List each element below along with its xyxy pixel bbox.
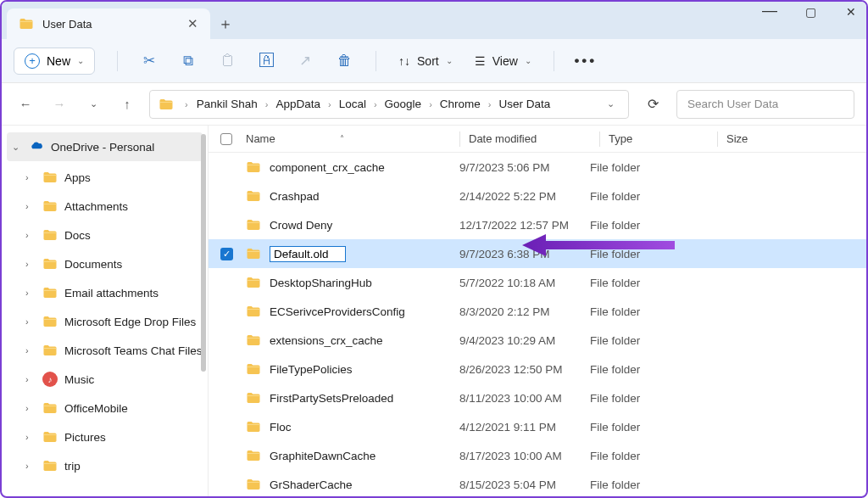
table-row[interactable]: Floc4/12/2021 9:11 PMFile folder [209,412,866,441]
folder-icon [246,333,261,348]
recent-button[interactable]: ⌄ [81,98,105,109]
refresh-button[interactable]: ⟳ [639,96,666,112]
sidebar-item[interactable]: ›Attachments [2,192,208,221]
cut-icon[interactable]: ✂ [140,52,159,70]
search-input[interactable] [676,90,854,119]
scrollbar-thumb[interactable] [201,134,206,372]
sidebar-item[interactable]: ›OfficeMobile [2,394,208,422]
column-type[interactable]: Type [609,132,717,145]
sidebar-item-label: Microsoft Edge Drop Files [64,316,196,328]
file-name: Floc [270,421,292,434]
table-row[interactable]: extensions_crx_cache9/4/2023 10:29 AMFil… [209,326,866,355]
list-header: Name˄ Date modified Type Size [209,126,866,153]
file-type: File folder [590,363,698,376]
chevron-right-icon: › [25,461,36,471]
window-tab[interactable]: User Data ✕ [7,8,210,39]
table-row[interactable]: FileTypePolicies8/26/2023 12:50 PMFile f… [209,355,866,383]
folder-icon [246,246,261,261]
file-date: 8/3/2020 2:12 PM [459,305,590,318]
table-row[interactable]: ECSerivceProvidersConfig8/3/2020 2:12 PM… [209,297,866,326]
breadcrumb-segment[interactable]: Chrome [437,96,483,112]
table-row[interactable]: component_crx_cache9/7/2023 5:06 PMFile … [209,153,866,182]
table-row[interactable]: ✓9/7/2023 6:38 PMFile folder [209,239,866,268]
file-type: File folder [590,190,698,203]
sidebar-item[interactable]: ›Email attachments [2,278,208,307]
folder-icon [19,16,34,31]
sidebar-root-onedrive[interactable]: ⌄ OneDrive - Personal [7,132,203,161]
chevron-right-icon: › [25,374,36,384]
close-tab-icon[interactable]: ✕ [187,16,198,31]
minimize-button[interactable]: — [761,2,778,20]
title-bar: User Data ✕ ＋ — ▢ ✕ [2,2,866,39]
sidebar-item-label: Documents [64,258,122,271]
sidebar-item[interactable]: ›Microsoft Teams Chat Files [2,336,208,365]
close-button[interactable]: ✕ [843,5,860,23]
table-row[interactable]: GraphiteDawnCache8/17/2023 10:00 AMFile … [209,441,866,470]
view-button[interactable]: ☰ View ⌄ [475,54,531,68]
folder-icon [246,217,261,232]
folder-icon [246,159,261,175]
sidebar-item[interactable]: ›trip [2,451,208,480]
sort-button[interactable]: ↑↓ Sort ⌄ [398,54,453,68]
sidebar-item[interactable]: ›Apps [2,163,208,192]
copy-icon[interactable]: ⧉ [179,52,198,70]
sidebar-item[interactable]: ›Microsoft Edge Drop Files [2,307,208,336]
file-type: File folder [590,248,698,260]
new-tab-button[interactable]: ＋ [210,8,241,39]
row-checkbox[interactable]: ✓ [220,248,233,260]
file-date: 8/26/2023 12:50 PM [459,363,590,376]
sidebar-item-label: Attachments [64,200,128,213]
file-type: File folder [590,392,698,405]
more-button[interactable]: ••• [576,52,595,70]
table-row[interactable]: Crashpad2/14/2022 5:22 PMFile folder [209,182,866,210]
column-size[interactable]: Size [726,132,866,145]
file-type: File folder [590,478,698,491]
column-date[interactable]: Date modified [469,132,599,145]
file-name: FileTypePolicies [270,363,353,376]
folder-icon [42,429,58,445]
window-controls: — ▢ ✕ [761,5,860,23]
folder-icon [246,304,261,319]
folder-icon [246,448,261,463]
table-row[interactable]: DesktopSharingHub5/7/2022 10:18 AMFile f… [209,268,866,297]
file-type: File folder [590,305,698,318]
file-date: 5/7/2022 10:18 AM [459,277,590,289]
file-name: Crashpad [270,190,320,203]
sidebar: ⌄ OneDrive - Personal ›Apps›Attachments›… [2,126,209,496]
breadcrumb-segment[interactable]: Local [337,96,369,112]
chevron-down-icon[interactable]: ⌄ [602,98,620,109]
folder-icon [42,227,58,243]
sidebar-item-label: Music [64,373,94,386]
breadcrumb-segment[interactable]: User Data [496,96,553,112]
folder-icon [42,256,58,271]
breadcrumb-segment[interactable]: AppData [273,96,323,112]
maximize-button[interactable]: ▢ [802,5,819,23]
file-name: Crowd Deny [270,219,332,232]
breadcrumb-segment[interactable]: Pankil Shah [194,96,260,112]
file-name: extensions_crx_cache [270,334,383,347]
table-row[interactable]: FirstPartySetsPreloaded8/11/2023 10:00 A… [209,383,866,412]
file-name: FirstPartySetsPreloaded [270,392,393,405]
breadcrumb[interactable]: › Pankil Shah›AppData›Local›Google›Chrom… [149,90,629,119]
table-row[interactable]: GrShaderCache8/15/2023 5:04 PMFile folde… [209,470,866,496]
up-button[interactable]: ↑ [115,97,139,111]
table-row[interactable]: Crowd Deny12/17/2022 12:57 PMFile folder [209,210,866,239]
chevron-right-icon: › [25,345,36,355]
file-date: 9/4/2023 10:29 AM [459,334,590,347]
column-name[interactable]: Name˄ [246,132,459,145]
rename-icon[interactable]: 🄰 [257,52,275,70]
rename-input[interactable] [270,246,346,262]
breadcrumb-segment[interactable]: Google [382,96,425,112]
sidebar-item-label: Email attachments [64,287,159,299]
back-button[interactable]: ← [14,97,37,111]
file-name: GraphiteDawnCache [270,450,376,462]
music-icon: ♪ [42,372,58,387]
sidebar-item[interactable]: ›Pictures [2,422,208,451]
file-name: GrShaderCache [270,478,353,491]
sidebar-item[interactable]: ›♪Music [2,365,208,394]
new-button[interactable]: + New ⌄ [14,48,95,75]
sidebar-item[interactable]: ›Docs [2,221,208,249]
select-all-checkbox[interactable] [220,133,232,145]
delete-icon[interactable]: 🗑 [335,52,353,70]
sidebar-item[interactable]: ›Documents [2,249,208,278]
